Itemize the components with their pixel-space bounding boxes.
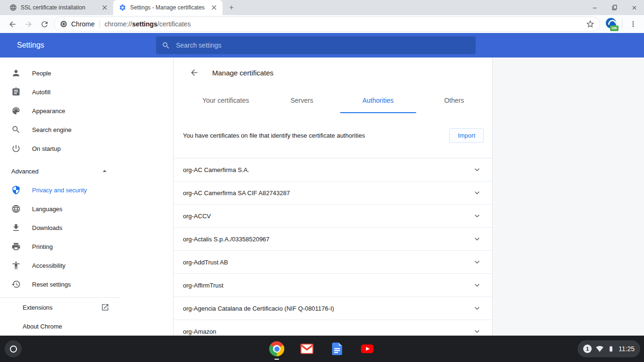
sidebar-item-search-engine[interactable]: Search engine — [0, 120, 121, 139]
omnibox[interactable]: Chrome chrome://settings/certificates — [54, 16, 600, 32]
sidebar-item-accessibility[interactable]: Accessibility — [0, 256, 121, 275]
chevron-down-icon[interactable] — [472, 257, 482, 267]
tab-others[interactable]: Others — [416, 88, 493, 113]
printer-icon — [11, 242, 21, 251]
tab-close-icon[interactable] — [101, 4, 108, 11]
search-settings-input[interactable] — [176, 41, 470, 49]
browser-tab-settings[interactable]: Settings - Manage certificates — [113, 0, 223, 15]
certificate-row[interactable]: org-Amazon — [173, 320, 492, 336]
advanced-label: Advanced — [11, 168, 39, 175]
sidebar-item-appearance[interactable]: Appearance — [0, 101, 121, 120]
reload-button[interactable] — [38, 17, 51, 31]
content-gutter — [121, 58, 173, 336]
screen: SSL certificate installation Settings - … — [0, 0, 644, 362]
tab-servers[interactable]: Servers — [264, 88, 340, 113]
minimize-icon — [592, 5, 598, 11]
new-tab-button[interactable] — [225, 1, 238, 14]
sidebar-item-languages[interactable]: Languages — [0, 199, 121, 218]
certificate-row[interactable]: org-AC Camerfirma S.A. — [173, 158, 492, 181]
sidebar-item-label: Languages — [32, 206, 62, 213]
sidebar-item-label: Reset settings — [32, 281, 71, 288]
extension-button[interactable]: OK — [605, 18, 617, 30]
status-tray[interactable]: 1 11:25 — [578, 340, 640, 357]
gmail-app-button[interactable] — [299, 341, 314, 356]
authorities-message-row: You have certificates on file that ident… — [173, 113, 492, 158]
tab-close-icon[interactable] — [210, 4, 218, 11]
browser-tab-ssl[interactable]: SSL certificate installation — [4, 0, 113, 15]
shelf-apps — [269, 341, 375, 356]
shield-icon — [11, 185, 21, 195]
palette-icon — [11, 106, 21, 115]
launcher-button[interactable] — [5, 340, 22, 357]
chevron-down-icon[interactable] — [472, 211, 482, 221]
restore-button[interactable] — [609, 2, 619, 13]
sidebar-item-label: Search engine — [32, 126, 72, 133]
browser-toolbar: Chrome chrome://settings/certificates OK — [0, 15, 644, 33]
sidebar-item-about-chrome[interactable]: About Chrome — [0, 317, 121, 336]
sidebar-advanced-toggle[interactable]: Advanced — [0, 162, 121, 181]
minimize-button[interactable] — [589, 2, 600, 13]
settings-search[interactable] — [156, 36, 476, 54]
person-icon — [11, 68, 21, 78]
close-icon — [631, 5, 637, 11]
sidebar-item-people[interactable]: People — [0, 64, 121, 82]
plus-icon — [228, 4, 235, 11]
certificate-row[interactable]: org-Agencia Catalana de Certificacio (NI… — [173, 297, 492, 320]
sidebar-item-reset-settings[interactable]: Reset settings — [0, 275, 121, 294]
settings-header: Settings — [0, 33, 644, 58]
tab-authorities[interactable]: Authorities — [340, 88, 416, 113]
certificate-row[interactable]: org-AffirmTrust — [173, 274, 492, 297]
globe-favicon-icon — [9, 4, 17, 11]
shelf: 1 11:25 — [0, 336, 644, 362]
search-icon — [162, 41, 170, 50]
certificate-row[interactable]: org-Actalis S.p.A./03358520967 — [173, 228, 492, 251]
extension-ok-badge: OK — [610, 25, 619, 31]
import-button[interactable]: Import — [449, 128, 484, 143]
caret-up-icon — [100, 166, 109, 176]
sidebar-item-label: Appearance — [32, 107, 65, 115]
forward-button[interactable] — [22, 17, 35, 31]
omnibox-divider — [99, 20, 100, 28]
back-arrow-icon — [190, 68, 199, 77]
certificate-name: org-ACCV — [183, 213, 211, 220]
site-chip: Chrome — [60, 20, 95, 28]
sidebar-item-printing[interactable]: Printing — [0, 237, 121, 256]
close-window-button[interactable] — [629, 2, 639, 13]
tab-your-certificates[interactable]: Your certificates — [188, 88, 264, 113]
certificate-row[interactable]: org-ACCV — [173, 205, 492, 228]
chevron-down-icon[interactable] — [472, 304, 482, 313]
sidebar-item-autofill[interactable]: Autofill — [0, 82, 121, 101]
back-button[interactable] — [6, 17, 19, 31]
chevron-down-icon[interactable] — [472, 234, 482, 244]
window-controls — [589, 0, 639, 15]
kebab-menu-icon — [629, 20, 637, 28]
sidebar-item-extensions[interactable]: Extensions — [0, 298, 121, 317]
sidebar-item-label: Downloads — [32, 224, 62, 231]
chevron-down-icon[interactable] — [472, 165, 482, 174]
settings-sidebar: People Autofill Appearance Search engine… — [0, 58, 121, 336]
browser-menu-button[interactable] — [627, 18, 639, 30]
sidebar-item-downloads[interactable]: Downloads — [0, 218, 121, 237]
certificate-name: org-AC Camerfirma S.A. — [183, 166, 249, 173]
site-label: Chrome — [71, 20, 95, 28]
chrome-app-button[interactable] — [269, 341, 284, 356]
docs-app-button[interactable] — [330, 341, 345, 356]
tab-title: SSL certificate installation — [21, 4, 97, 11]
certificate-list: org-AC Camerfirma S.A. org-AC Camerfirma… — [173, 158, 492, 336]
wifi-icon — [596, 345, 603, 353]
battery-icon — [608, 345, 614, 353]
settings-title: Settings — [0, 41, 156, 49]
chevron-down-icon[interactable] — [472, 280, 482, 290]
youtube-app-button[interactable] — [360, 341, 375, 356]
certificate-row[interactable]: org-AC Camerfirma SA CIF A82743287 — [173, 181, 492, 205]
page-back-button[interactable] — [186, 64, 203, 81]
certificate-name: org-Actalis S.p.A./03358520967 — [183, 236, 270, 243]
chevron-down-icon[interactable] — [472, 327, 482, 336]
bookmark-star-icon[interactable] — [586, 19, 595, 29]
sidebar-item-privacy-security[interactable]: Privacy and security — [0, 181, 121, 199]
certificate-name: org-AddTrust AB — [183, 259, 228, 266]
certificate-row[interactable]: org-AddTrust AB — [173, 251, 492, 274]
chevron-down-icon[interactable] — [472, 188, 482, 197]
sidebar-item-on-startup[interactable]: On startup — [0, 139, 121, 158]
notification-badge: 1 — [583, 345, 592, 353]
